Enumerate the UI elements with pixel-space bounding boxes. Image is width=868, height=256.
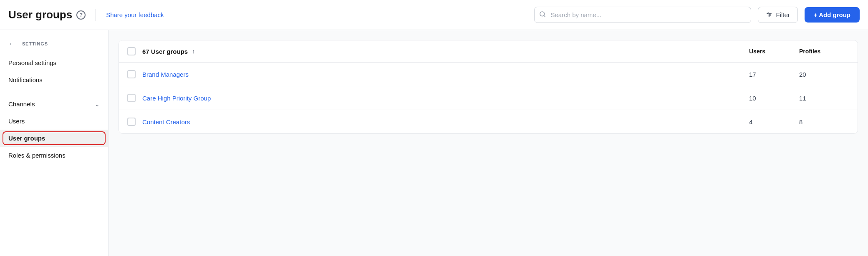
top-header: User groups ? Share your feedback Filter…: [0, 0, 868, 30]
content-area: 67 User groups ↑ Users Profiles Brand Ma…: [108, 30, 868, 256]
group-name-link[interactable]: Care High Priority Group: [142, 95, 749, 102]
user-groups-label: User groups: [8, 135, 45, 142]
sort-icon[interactable]: ↑: [192, 48, 195, 55]
search-container: [534, 7, 751, 23]
back-icon[interactable]: ←: [8, 40, 15, 48]
sidebar-item-roles-permissions[interactable]: Roles & permissions: [0, 147, 108, 164]
group-name-link[interactable]: Brand Managers: [142, 71, 749, 78]
col-profiles-header[interactable]: Profiles: [799, 48, 849, 55]
page-title-section: User groups ?: [8, 8, 86, 21]
svg-line-1: [544, 15, 545, 17]
svg-point-6: [770, 14, 771, 15]
add-group-label: + Add group: [814, 11, 850, 18]
table-row: Care High Priority Group 10 11: [119, 86, 858, 110]
row-users: 10: [749, 95, 799, 102]
row-users: 4: [749, 118, 799, 125]
help-icon[interactable]: ?: [76, 10, 86, 20]
sidebar-item-personal-settings[interactable]: Personal settings: [0, 54, 108, 71]
table-container: 67 User groups ↑ Users Profiles Brand Ma…: [119, 40, 858, 134]
table-row: Brand Managers 17 20: [119, 63, 858, 86]
row-profiles: 8: [799, 118, 849, 125]
table-row: Content Creators 4 8: [119, 110, 858, 133]
page-title: User groups: [8, 8, 72, 21]
settings-label: ← SETTINGS: [0, 40, 108, 54]
sidebar-item-channels[interactable]: Channels ⌄: [0, 95, 108, 113]
feedback-link[interactable]: Share your feedback: [106, 11, 164, 18]
row-checkbox[interactable]: [127, 94, 136, 102]
chevron-down-icon: ⌄: [95, 101, 100, 108]
sidebar-item-users[interactable]: Users: [0, 113, 108, 130]
personal-settings-label: Personal settings: [8, 59, 56, 66]
svg-point-5: [768, 13, 769, 14]
filter-button[interactable]: Filter: [758, 7, 797, 23]
sidebar-item-user-groups[interactable]: User groups: [0, 130, 108, 147]
main-layout: ← SETTINGS Personal settings Notificatio…: [0, 30, 868, 256]
groups-count: 67 User groups ↑: [142, 48, 749, 55]
select-all-checkbox[interactable]: [127, 47, 136, 55]
add-group-button[interactable]: + Add group: [805, 7, 860, 23]
row-users: 17: [749, 71, 799, 78]
row-checkbox[interactable]: [127, 118, 136, 126]
sidebar-item-notifications[interactable]: Notifications: [0, 71, 108, 88]
row-profiles: 11: [799, 95, 849, 102]
divider: [96, 9, 96, 21]
col-users-header[interactable]: Users: [749, 48, 799, 55]
search-input[interactable]: [534, 7, 751, 23]
sidebar: ← SETTINGS Personal settings Notificatio…: [0, 30, 108, 256]
table-rows: Brand Managers 17 20 Care High Priority …: [119, 63, 858, 133]
group-name-link[interactable]: Content Creators: [142, 118, 749, 125]
search-icon: [539, 11, 546, 19]
filter-icon: [766, 12, 772, 18]
row-profiles: 20: [799, 71, 849, 78]
notifications-label: Notifications: [8, 76, 43, 83]
row-checkbox[interactable]: [127, 70, 136, 78]
filter-label: Filter: [776, 11, 790, 18]
roles-permissions-label: Roles & permissions: [8, 152, 66, 159]
table-header-row: 67 User groups ↑ Users Profiles: [119, 40, 858, 63]
channels-label: Channels: [8, 100, 35, 108]
users-label: Users: [8, 118, 25, 125]
sidebar-divider: [0, 92, 108, 92]
sidebar-nav: Personal settings Notifications Channels…: [0, 54, 108, 164]
